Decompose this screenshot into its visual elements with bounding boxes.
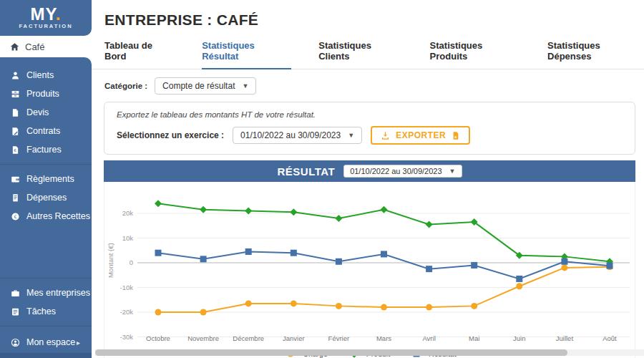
horizontal-scrollbar[interactable] — [95, 349, 644, 356]
tab-tableau-de-bord[interactable]: Tableau de Bord — [104, 40, 175, 69]
chevron-right-icon: ▸ — [77, 339, 80, 347]
home-icon — [10, 42, 19, 52]
coin-icon: € — [11, 212, 20, 221]
tab-statistiques-depenses[interactable]: Statistiques Dépenses — [547, 40, 644, 69]
svg-text:10k: 10k — [122, 234, 134, 242]
sidebar-nav: Clients Produits Devis Contrats € Factur… — [0, 57, 92, 358]
chart-header: RÉSULTAT 01/10/2022 au 30/09/2023 ▼ — [104, 160, 635, 182]
category-label: Catégorie : — [104, 82, 147, 90]
briefcase-icon — [11, 289, 20, 298]
sidebar-item-label: Produits — [26, 89, 59, 99]
sidebar-item-label: Tâches — [26, 306, 56, 316]
svg-text:Avril: Avril — [422, 334, 435, 342]
user-icon — [11, 71, 20, 80]
svg-text:x: x — [454, 134, 457, 138]
main-content: ENTREPRISE : CAFÉ Tableau de Bord Statis… — [92, 0, 644, 358]
sidebar-item-depenses[interactable]: Dépenses — [0, 188, 92, 207]
svg-text:€: € — [14, 148, 17, 153]
logo-dot: . — [56, 4, 62, 24]
logo-subtext: FACTURATION — [19, 23, 72, 29]
sidebar-divider — [0, 278, 92, 279]
export-button-label: EXPORTER — [396, 130, 446, 140]
svg-text:Novembre: Novembre — [187, 334, 219, 342]
sidebar-item-produits[interactable]: Produits — [0, 84, 92, 103]
tasks-icon — [11, 307, 20, 316]
receipt-icon — [11, 193, 20, 203]
sidebar-item-label: Mon espace — [26, 337, 75, 347]
sidebar-item-reglements[interactable]: Règlements — [0, 170, 92, 188]
sidebar-item-label: Mes entreprises — [26, 288, 90, 298]
category-value: Compte de résultat — [162, 81, 235, 91]
exercise-value: 01/10/2022 au 30/09/2023 — [240, 130, 341, 140]
sidebar-divider — [0, 326, 92, 326]
svg-text:Juin: Juin — [513, 334, 525, 342]
sidebar-footer-strip — [0, 353, 92, 358]
export-button[interactable]: EXPORTER x — [371, 126, 470, 145]
contract-icon — [11, 127, 20, 136]
sidebar-item-taches[interactable]: Tâches — [0, 302, 92, 321]
logo-text: MY. — [30, 6, 61, 22]
chart-title: RÉSULTAT — [277, 165, 335, 178]
tab-statistiques-clients[interactable]: Statistiques Clients — [318, 40, 402, 69]
sidebar-item-contrats[interactable]: Contrats — [0, 122, 92, 140]
document-icon — [11, 108, 20, 117]
user-circle-icon — [11, 338, 20, 347]
tab-bar: Tableau de Bord Statistiques Résultat St… — [92, 40, 644, 69]
wallet-icon — [11, 175, 20, 184]
svg-text:Mars: Mars — [376, 334, 391, 342]
sidebar-item-label: Devis — [26, 107, 49, 117]
sidebar-item-clients[interactable]: Clients — [0, 66, 92, 84]
chevron-down-icon: ▼ — [348, 132, 354, 139]
sidebar-divider — [0, 164, 92, 165]
svg-text:Montant (€): Montant (€) — [107, 243, 114, 278]
file-excel-icon: x — [452, 131, 460, 140]
sidebar: MY. FACTURATION Café Clients Produits De… — [0, 0, 92, 358]
chevron-down-icon: ▼ — [242, 82, 248, 90]
svg-text:Janvier: Janvier — [283, 334, 305, 342]
sidebar-item-label: Factures — [26, 145, 62, 155]
sidebar-item-label: Dépenses — [26, 193, 67, 203]
exercise-label: Sélectionnez un exercice : — [117, 130, 224, 140]
sidebar-item-label: Autres Recettes — [26, 211, 90, 221]
svg-text:-20k: -20k — [120, 308, 134, 316]
app-logo[interactable]: MY. FACTURATION — [0, 0, 92, 36]
svg-text:-10k: -10k — [120, 284, 134, 291]
svg-text:€: € — [14, 213, 16, 219]
active-company-label: Café — [25, 42, 44, 52]
sidebar-item-label: Règlements — [26, 174, 74, 184]
sidebar-item-cafe[interactable]: Café — [0, 36, 92, 57]
sidebar-item-mes-entreprises[interactable]: Mes entreprises — [0, 284, 92, 302]
tab-statistiques-produits[interactable]: Statistiques Produits — [430, 40, 520, 69]
scrollbar-thumb[interactable] — [95, 349, 567, 356]
export-note: Exportez le tableau des montants HT de v… — [117, 110, 623, 119]
svg-text:Août: Août — [602, 334, 617, 342]
svg-text:0: 0 — [130, 258, 133, 266]
chart-body: 20k10k0-10k-20k-30kMontant (€)OctobreNov… — [104, 182, 635, 358]
sidebar-item-label: Clients — [26, 70, 54, 80]
svg-text:Décembre: Décembre — [233, 334, 264, 342]
result-chart-card: RÉSULTAT 01/10/2022 au 30/09/2023 ▼ 20k1… — [104, 160, 635, 358]
sidebar-item-devis[interactable]: Devis — [0, 103, 92, 122]
chart-period-value: 01/10/2022 au 30/09/2023 — [350, 167, 441, 175]
chart-period-select[interactable]: 01/10/2022 au 30/09/2023 ▼ — [343, 165, 462, 178]
download-icon — [381, 131, 390, 140]
sidebar-item-mon-espace[interactable]: Mon espace ▸ — [0, 332, 92, 353]
tab-statistiques-resultat[interactable]: Statistiques Résultat — [202, 40, 291, 69]
products-icon — [11, 90, 20, 99]
invoice-icon: € — [11, 145, 20, 155]
svg-text:Octobre: Octobre — [146, 334, 170, 342]
svg-text:Mai: Mai — [469, 334, 479, 342]
svg-text:Février: Février — [328, 334, 350, 342]
category-select[interactable]: Compte de résultat ▼ — [155, 77, 256, 95]
svg-text:20k: 20k — [122, 209, 134, 217]
sidebar-item-factures[interactable]: € Factures — [0, 140, 92, 159]
exercise-select[interactable]: 01/10/2022 au 30/09/2023 ▼ — [233, 127, 362, 144]
chevron-down-icon: ▼ — [449, 168, 456, 175]
sidebar-item-label: Contrats — [26, 126, 60, 136]
page-title: ENTREPRISE : CAFÉ — [104, 11, 644, 29]
svg-text:Juillet: Juillet — [556, 334, 574, 342]
svg-text:-30k: -30k — [120, 333, 134, 341]
sidebar-item-autres-recettes[interactable]: € Autres Recettes — [0, 207, 92, 226]
category-row: Catégorie : Compte de résultat ▼ — [104, 77, 644, 95]
result-line-chart: 20k10k0-10k-20k-30kMontant (€)OctobreNov… — [104, 185, 635, 344]
